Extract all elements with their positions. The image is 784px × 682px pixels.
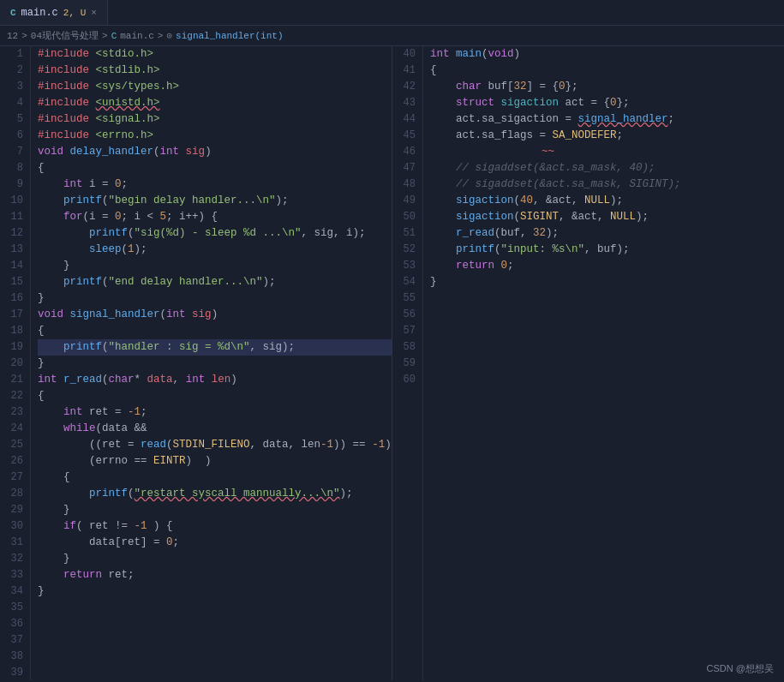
- breadcrumb-num: 12: [7, 31, 18, 41]
- line-number: 5: [7, 111, 23, 128]
- line-number: 22: [7, 388, 23, 404]
- line-number: 11: [7, 209, 23, 225]
- tab-dirty-indicator: 2, U: [63, 8, 86, 18]
- code-line: #include <signal.h>: [38, 111, 392, 128]
- line-number: 26: [7, 453, 23, 470]
- line-number: 3: [7, 79, 23, 95]
- line-number: 29: [7, 502, 23, 518]
- line-number: 56: [399, 307, 416, 323]
- line-number: 8: [7, 160, 23, 176]
- code-line: return 0;: [430, 258, 784, 274]
- code-line: sleep(1);: [38, 242, 392, 258]
- code-line: {: [38, 323, 392, 339]
- code-line: #include <errno.h>: [38, 128, 392, 144]
- code-line: if( ret != -1 ) {: [38, 518, 392, 535]
- breadcrumb-fn-icon: ⊙: [166, 30, 172, 41]
- code-line: #include <stdlib.h>: [38, 63, 392, 79]
- code-line: r_read(buf, 32);: [430, 225, 784, 242]
- line-number: 21: [7, 372, 23, 388]
- code-line: }: [38, 583, 392, 600]
- line-number: 47: [399, 160, 416, 176]
- line-number: 51: [399, 225, 416, 242]
- line-number: 27: [7, 470, 23, 486]
- code-line: // sigaddset(&act.sa_mask, 40);: [430, 160, 784, 176]
- file-tab[interactable]: C main.c 2, U ×: [0, 0, 108, 25]
- code-line: #include <stdio.h>: [38, 46, 392, 63]
- left-code[interactable]: #include <stdio.h>#include <stdlib.h>#in…: [31, 46, 392, 680]
- code-line: {: [38, 388, 392, 404]
- line-number: 35: [7, 600, 23, 616]
- code-line: sigaction(40, &act, NULL);: [430, 193, 784, 209]
- line-number: 48: [399, 176, 416, 193]
- line-number: 10: [7, 193, 23, 209]
- line-number: 54: [399, 274, 416, 290]
- breadcrumb-arrow2: >: [102, 31, 108, 41]
- code-line: struct sigaction act = {0};: [430, 95, 784, 111]
- c-language-icon: C: [10, 8, 16, 18]
- line-number: 4: [7, 95, 23, 111]
- breadcrumb-folder: 04现代信号处理: [31, 29, 99, 42]
- code-line: printf("restart syscall mannually...\n")…: [38, 486, 392, 502]
- code-line: // sigaddset(&act.sa_mask, SIGINT);: [430, 176, 784, 193]
- code-line: void signal_handler(int sig): [38, 307, 392, 323]
- code-line: int ret = -1;: [38, 404, 392, 421]
- line-number: 24: [7, 421, 23, 437]
- code-line: int r_read(char* data, int len): [38, 372, 392, 388]
- line-number: 15: [7, 274, 23, 290]
- code-line: while(data &&: [38, 421, 392, 437]
- breadcrumb-file: main.c: [120, 31, 154, 41]
- code-line: {: [38, 160, 392, 176]
- breadcrumb: 12 > 04现代信号处理 > C main.c > ⊙ signal_hand…: [0, 26, 784, 46]
- line-number: 7: [7, 144, 23, 160]
- code-line: #include <sys/types.h>: [38, 79, 392, 95]
- code-line: printf("end delay handler...\n");: [38, 274, 392, 290]
- line-number: 31: [7, 535, 23, 551]
- line-number: 19: [7, 339, 23, 356]
- code-line: printf("begin delay handler...\n");: [38, 193, 392, 209]
- tab-bar: C main.c 2, U ×: [0, 0, 784, 26]
- code-line: printf("sig(%d) - sleep %d ...\n", sig, …: [38, 225, 392, 242]
- code-line: data[ret] = 0;: [38, 535, 392, 551]
- left-line-numbers: 1234567891011121314151617181920212223242…: [0, 46, 31, 680]
- right-code[interactable]: int main(void){ char buf[32] = {0}; stru…: [423, 46, 784, 680]
- code-line: int main(void): [430, 46, 784, 63]
- code-line: printf("handler : sig = %d\n", sig);: [38, 339, 392, 356]
- code-line: act.sa_sigaction = signal_handler;: [430, 111, 784, 128]
- code-line: for(i = 0; i < 5; i++) {: [38, 209, 392, 225]
- line-number: 34: [7, 583, 23, 600]
- code-line: }: [38, 502, 392, 518]
- line-number: 38: [7, 649, 23, 665]
- code-line: (errno == EINTR) ): [38, 453, 392, 470]
- breadcrumb-arrow3: >: [158, 31, 164, 41]
- breadcrumb-arrow1: >: [21, 31, 27, 41]
- line-number: 46: [399, 144, 416, 160]
- editor-area: 1234567891011121314151617181920212223242…: [0, 46, 784, 680]
- code-line: }: [38, 258, 392, 274]
- line-number: 9: [7, 176, 23, 193]
- line-number: 2: [7, 63, 23, 79]
- line-number: 41: [399, 63, 416, 79]
- line-number: 58: [399, 339, 416, 356]
- tab-close-button[interactable]: ×: [91, 8, 97, 18]
- line-number: 14: [7, 258, 23, 274]
- code-line: ((ret = read(STDIN_FILENO, data, len-1))…: [38, 437, 392, 453]
- tab-filename: main.c: [21, 7, 58, 19]
- line-number: 43: [399, 95, 416, 111]
- code-line: sigaction(SIGINT, &act, NULL);: [430, 209, 784, 225]
- line-number: 25: [7, 437, 23, 453]
- breadcrumb-func: signal_handler(int): [176, 31, 283, 41]
- code-line: }: [38, 356, 392, 372]
- code-line: void delay_handler(int sig): [38, 144, 392, 160]
- line-number: 32: [7, 551, 23, 567]
- code-line: int i = 0;: [38, 176, 392, 193]
- line-number: 39: [7, 665, 23, 680]
- line-number: 44: [399, 111, 416, 128]
- line-number: 36: [7, 616, 23, 632]
- code-line: }: [38, 551, 392, 567]
- line-number: 17: [7, 307, 23, 323]
- code-line: char buf[32] = {0};: [430, 79, 784, 95]
- code-line: printf("input: %s\n", buf);: [430, 242, 784, 258]
- code-line: return ret;: [38, 567, 392, 583]
- line-number: 45: [399, 128, 416, 144]
- line-number: 40: [399, 46, 416, 63]
